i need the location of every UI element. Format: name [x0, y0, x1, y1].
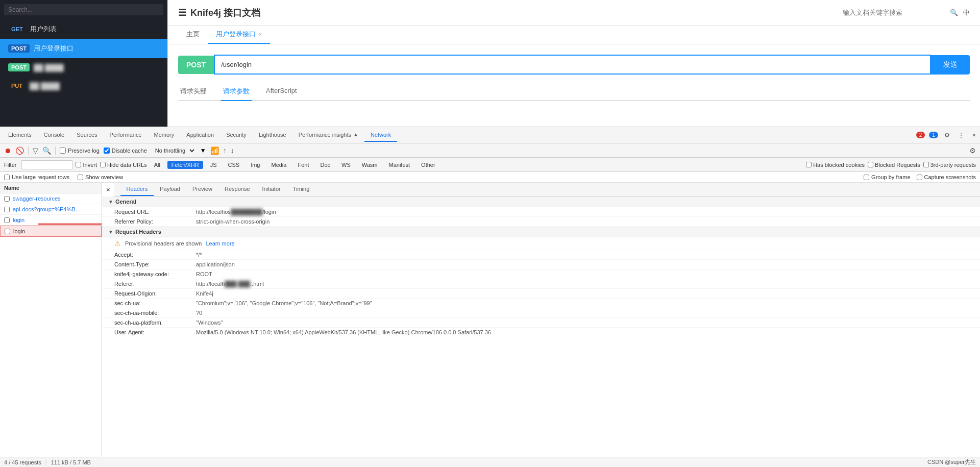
- devtools-tab-performance[interactable]: Performance: [104, 129, 148, 142]
- filter-css-button[interactable]: CSS: [224, 161, 244, 169]
- sidebar-item-put[interactable]: PUT ██ ████: [0, 77, 167, 95]
- network-item-api-docs-checkbox[interactable]: [4, 207, 10, 212]
- network-item-login-1-name: login: [13, 217, 24, 223]
- devtools-settings-icon[interactable]: ⚙: [942, 130, 952, 141]
- filter-all-button[interactable]: All: [150, 161, 164, 169]
- request-headers-section-header[interactable]: ▼ Request Headers: [102, 227, 980, 237]
- disable-cache-input[interactable]: [104, 148, 110, 154]
- tab-close-icon[interactable]: ×: [259, 32, 262, 37]
- send-button[interactable]: 发送: [931, 55, 970, 75]
- show-overview-input[interactable]: [78, 175, 83, 180]
- detail-tab-initiator[interactable]: Initiator: [256, 183, 287, 196]
- record-button[interactable]: ⏺: [4, 146, 11, 155]
- api-url-input[interactable]: [214, 55, 931, 75]
- tab-home-label: 主页: [186, 30, 200, 39]
- filter-icon[interactable]: ▽: [33, 146, 38, 155]
- filter-fetchxhr-button[interactable]: Fetch/XHR: [167, 161, 203, 169]
- devtools-tab-memory[interactable]: Memory: [148, 129, 181, 142]
- header-origion-value: Knife4j: [196, 290, 213, 297]
- hide-data-urls-input[interactable]: [100, 162, 106, 167]
- devtools-tab-security[interactable]: Security: [220, 129, 253, 142]
- filter-other-button[interactable]: Other: [417, 161, 439, 169]
- has-blocked-cookies-checkbox[interactable]: Has blocked cookies: [806, 162, 865, 168]
- network-item-login-2[interactable]: login: [0, 226, 102, 237]
- devtools-tab-sources[interactable]: Sources: [70, 129, 103, 142]
- header-sec-ch-ua-row: sec-ch-ua: "Chromium";v="106", "Google C…: [102, 299, 980, 308]
- devtools-close-icon[interactable]: ×: [970, 130, 978, 141]
- filter-label: Filter: [4, 162, 16, 168]
- filter-font-button[interactable]: Font: [293, 161, 313, 169]
- devtools-tab-application[interactable]: Application: [180, 129, 220, 142]
- preserve-log-checkbox[interactable]: Preserve log: [60, 148, 100, 154]
- filter-doc-button[interactable]: Doc: [316, 161, 334, 169]
- detail-tab-headers[interactable]: Headers: [120, 183, 154, 196]
- large-rows-checkbox[interactable]: Use large request rows: [4, 174, 69, 180]
- blocked-requests-input[interactable]: [868, 162, 873, 167]
- detail-tab-timing[interactable]: Timing: [287, 183, 316, 196]
- filter-manifest-button[interactable]: Manifest: [385, 161, 414, 169]
- network-item-swagger-checkbox[interactable]: [4, 196, 10, 202]
- devtools-tab-lighthouse[interactable]: Lighthouse: [253, 129, 292, 142]
- show-overview-checkbox[interactable]: Show overview: [78, 174, 123, 180]
- group-frame-label: Group by frame: [871, 174, 910, 180]
- detail-tab-preview[interactable]: Preview: [186, 183, 218, 196]
- app-search-input[interactable]: [843, 9, 945, 16]
- network-item-api-docs[interactable]: api-docs?group=%E4%BD%...: [0, 204, 102, 215]
- general-section-header[interactable]: ▼ General: [102, 196, 980, 207]
- capture-screenshots-checkbox[interactable]: Capture screenshots: [917, 174, 976, 180]
- detail-panel-header: × Headers Payload Preview Response Initi…: [102, 183, 980, 196]
- throttling-select[interactable]: No throttling: [151, 146, 196, 155]
- invert-input[interactable]: [76, 162, 81, 167]
- detail-tab-payload[interactable]: Payload: [154, 183, 186, 196]
- filter-media-button[interactable]: Media: [267, 161, 290, 169]
- provisional-text: Provisional headers are shown: [125, 240, 202, 247]
- toolbar-separator-2: [55, 146, 56, 155]
- blocked-requests-checkbox[interactable]: Blocked Requests: [868, 162, 920, 168]
- has-blocked-cookies-input[interactable]: [806, 162, 812, 167]
- tab-home[interactable]: 主页: [178, 26, 208, 44]
- sidebar-item-get-users[interactable]: GET 用户列表: [0, 19, 167, 39]
- network-content: Name swagger-resources api-docs?group=%E…: [0, 183, 980, 457]
- search-icon[interactable]: 🔍: [42, 146, 51, 155]
- group-frame-input[interactable]: [864, 175, 869, 180]
- learn-more-link[interactable]: Learn more: [206, 240, 234, 247]
- detail-tab-response[interactable]: Response: [218, 183, 256, 196]
- invert-checkbox[interactable]: Invert: [76, 162, 97, 168]
- devtools-dots-icon[interactable]: ⋮: [956, 130, 966, 141]
- filter-ws-button[interactable]: WS: [337, 161, 355, 169]
- third-party-input[interactable]: [923, 162, 929, 167]
- tab-afterscript[interactable]: AfterScript: [264, 83, 299, 101]
- filter-input[interactable]: [21, 160, 72, 169]
- network-item-login-1-checkbox[interactable]: [4, 217, 10, 223]
- sidebar-item-post-login[interactable]: POST 用户登录接口: [0, 39, 167, 58]
- hide-data-urls-checkbox[interactable]: Hide data URLs: [100, 162, 147, 168]
- network-item-login-1[interactable]: login: [0, 215, 102, 226]
- devtools-tab-console[interactable]: Console: [38, 129, 70, 142]
- devtools-tab-perf-insights[interactable]: Performance insights ▲: [292, 129, 364, 142]
- disable-cache-checkbox[interactable]: Disable cache: [104, 148, 147, 154]
- capture-screenshots-input[interactable]: [917, 175, 922, 180]
- tab-active[interactable]: 用户登录接口 ×: [208, 26, 270, 44]
- filter-js-button[interactable]: JS: [206, 161, 221, 169]
- search-icon[interactable]: 🔍: [950, 9, 958, 16]
- dropdown-arrow-icon: ▼: [200, 147, 206, 154]
- network-item-login-2-checkbox[interactable]: [5, 229, 10, 234]
- tab-request-headers[interactable]: 请求头部: [178, 83, 209, 101]
- lang-button[interactable]: 中: [963, 8, 970, 17]
- devtools-tab-network[interactable]: Network: [364, 129, 397, 142]
- large-rows-input[interactable]: [4, 175, 10, 180]
- sidebar-item-post-2[interactable]: POST ██ ████: [0, 58, 167, 77]
- filter-img-button[interactable]: Img: [247, 161, 264, 169]
- network-item-swagger[interactable]: swagger-resources: [0, 193, 102, 204]
- preserve-log-input[interactable]: [60, 148, 66, 154]
- close-detail-button[interactable]: ×: [102, 184, 114, 195]
- network-settings-icon[interactable]: ⚙: [969, 146, 976, 155]
- warn-count-badge: 1: [929, 132, 938, 138]
- header-content-type-row: Content-Type: application/json: [102, 260, 980, 269]
- tab-request-params[interactable]: 请求参数: [221, 83, 252, 101]
- clear-button[interactable]: 🚫: [15, 146, 24, 155]
- third-party-checkbox[interactable]: 3rd-party requests: [923, 162, 976, 168]
- devtools-tab-elements[interactable]: Elements: [2, 129, 38, 142]
- filter-wasm-button[interactable]: Wasm: [358, 161, 382, 169]
- group-frame-checkbox[interactable]: Group by frame: [864, 174, 910, 180]
